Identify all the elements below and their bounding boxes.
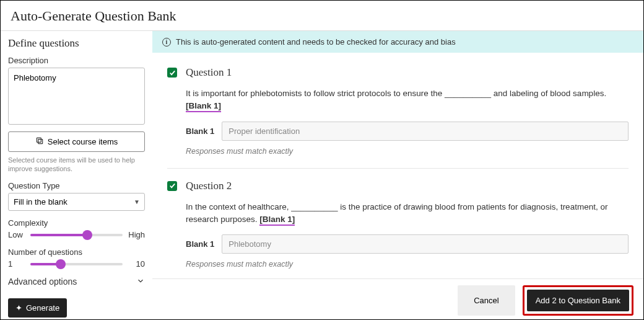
sparkle-icon: ✦ bbox=[15, 303, 22, 313]
generate-label: Generate bbox=[26, 303, 59, 313]
numq-slider[interactable] bbox=[30, 259, 123, 269]
svg-rect-1 bbox=[37, 138, 41, 142]
page-title: Auto-Generate Question Bank bbox=[11, 8, 633, 24]
select-course-items-button[interactable]: Select course items bbox=[8, 131, 145, 152]
copy-icon bbox=[35, 136, 44, 147]
match-hint: Responses must match exactly bbox=[186, 147, 629, 156]
chevron-down-icon bbox=[136, 277, 145, 287]
cancel-button[interactable]: Cancel bbox=[458, 285, 515, 316]
select-course-items-label: Select course items bbox=[48, 137, 118, 146]
complexity-min-label: Low bbox=[8, 230, 25, 239]
question-item: Question 2 In the context of healthcare,… bbox=[167, 169, 629, 279]
question-type-select[interactable]: Fill in the blank bbox=[8, 193, 145, 211]
select-items-hint: Selected course items will be used to he… bbox=[8, 156, 145, 174]
content-panel: i This is auto-generated content and nee… bbox=[152, 31, 643, 320]
question-checkbox[interactable] bbox=[167, 68, 177, 78]
complexity-slider[interactable] bbox=[30, 230, 123, 240]
complexity-label: Complexity bbox=[8, 218, 145, 228]
question-text: In the context of healthcare, __________… bbox=[186, 201, 629, 226]
description-input[interactable]: Phlebotomy bbox=[8, 68, 145, 125]
question-title: Question 2 bbox=[186, 180, 232, 192]
blank-answer-input[interactable] bbox=[222, 122, 629, 141]
add-button-highlight: Add 2 to Question Bank bbox=[523, 285, 633, 316]
numq-max-label: 10 bbox=[128, 259, 145, 269]
sidebar-heading: Define questions bbox=[8, 37, 145, 50]
generate-button[interactable]: ✦ Generate bbox=[8, 298, 67, 318]
numq-min-label: 1 bbox=[8, 259, 25, 269]
question-checkbox[interactable] bbox=[167, 181, 177, 191]
blank-label: Blank 1 bbox=[186, 127, 214, 136]
match-hint: Responses must match exactly bbox=[186, 260, 629, 269]
complexity-max-label: High bbox=[128, 230, 145, 239]
info-banner-text: This is auto-generated content and needs… bbox=[176, 37, 456, 47]
blank-reference[interactable]: [Blank 1] bbox=[186, 101, 221, 112]
page-header: Auto-Generate Question Bank bbox=[1, 1, 643, 31]
description-label: Description bbox=[8, 56, 145, 65]
define-questions-panel: Define questions Description Phlebotomy … bbox=[1, 31, 152, 320]
info-icon: i bbox=[162, 38, 171, 47]
question-item: Question 1 It is important for phlebotom… bbox=[167, 55, 629, 169]
footer-actions: Cancel Add 2 to Question Bank bbox=[152, 278, 643, 320]
add-to-question-bank-button[interactable]: Add 2 to Question Bank bbox=[527, 290, 629, 311]
numq-label: Number of questions bbox=[8, 247, 145, 257]
blank-label: Blank 1 bbox=[186, 239, 214, 249]
blank-answer-input[interactable] bbox=[222, 234, 629, 254]
blank-reference[interactable]: [Blank 1] bbox=[259, 215, 295, 226]
info-banner: i This is auto-generated content and nee… bbox=[152, 31, 643, 53]
question-title: Question 1 bbox=[186, 66, 232, 79]
question-type-label: Question Type bbox=[8, 181, 145, 190]
advanced-options-label: Advanced options bbox=[8, 277, 77, 287]
advanced-options-toggle[interactable]: Advanced options bbox=[8, 277, 145, 287]
svg-rect-0 bbox=[38, 140, 42, 144]
main-layout: Define questions Description Phlebotomy … bbox=[1, 31, 643, 320]
questions-list: Question 1 It is important for phlebotom… bbox=[152, 53, 643, 278]
question-text: It is important for phlebotomists to fol… bbox=[186, 87, 629, 113]
